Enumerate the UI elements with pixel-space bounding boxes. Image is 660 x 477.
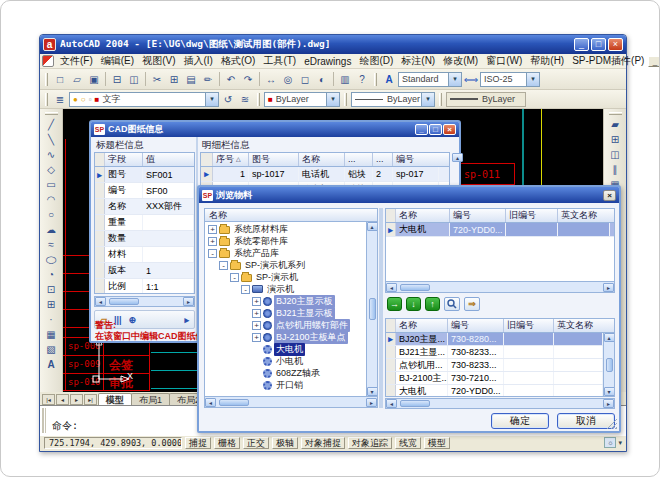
tree-item[interactable]: +BJ21主显示板 xyxy=(205,307,366,319)
toolbar-grip[interactable] xyxy=(609,112,622,115)
vertical-scrollbar[interactable]: ▴ ▾ xyxy=(366,222,377,396)
resize-grip[interactable] xyxy=(607,419,617,429)
expand-icon[interactable]: + xyxy=(208,237,217,246)
column-header[interactable]: 值 xyxy=(143,153,194,166)
layer-combo[interactable]: ● ○ ▫ ■ 文字 ▾ xyxy=(69,92,219,107)
scroll-right-icon[interactable]: ▸ xyxy=(603,283,614,292)
tree-item[interactable]: -演示机 xyxy=(205,283,366,295)
circle-icon[interactable]: ○ xyxy=(43,207,60,222)
table-row[interactable]: ▸ 图号 SF001 xyxy=(95,167,194,183)
arc-icon[interactable]: ◠ xyxy=(43,192,60,207)
minimize-button[interactable]: _ xyxy=(574,38,589,51)
maximize-button[interactable]: □ xyxy=(591,38,606,51)
polygon-icon[interactable]: ◇ xyxy=(43,162,60,177)
table-row[interactable]: BJ-2100主... 730-7210... xyxy=(386,372,614,385)
layer-states-icon[interactable]: ≋ xyxy=(237,92,253,107)
column-header[interactable]: 英文名称 xyxy=(554,319,603,332)
title-block-grid[interactable]: 字段 值 ▸ 图号 SF001 编号 SF00 名称 XXX部件 重量 xyxy=(94,152,195,294)
scroll-down-icon[interactable]: ▾ xyxy=(604,387,615,396)
menu-tools[interactable]: 工具(T) xyxy=(259,54,300,68)
layers-icon[interactable]: ≣ xyxy=(52,92,68,107)
line-icon[interactable]: ╱ xyxy=(43,117,60,132)
text-style-icon[interactable]: A xyxy=(381,72,397,87)
tree-header[interactable]: 名称 xyxy=(205,209,377,222)
scroll-down-icon[interactable]: ▾ xyxy=(367,387,378,396)
ellipse-icon[interactable]: ◯ xyxy=(43,254,60,265)
toolbar-grip[interactable] xyxy=(257,93,260,106)
chevron-down-icon[interactable]: ▾ xyxy=(205,93,218,106)
scroll-left-icon[interactable]: ◂ xyxy=(95,297,106,306)
scroll-thumb[interactable] xyxy=(400,400,430,407)
scroll-up-icon[interactable]: ▴ xyxy=(367,222,378,231)
selected-material-grid[interactable]: 名称 编号 旧编号 英文名称 ▸ 大电机 720-YDD0... ◂ ▸ xyxy=(385,208,615,293)
new-icon[interactable]: □ xyxy=(52,72,68,87)
column-header[interactable]: 英文名称 xyxy=(558,209,610,222)
scroll-left-icon[interactable]: ◂ xyxy=(386,283,397,292)
toolbar-grip[interactable] xyxy=(344,93,347,106)
region-icon[interactable]: ▧ xyxy=(43,342,60,357)
column-header[interactable]: 旧编号 xyxy=(504,319,554,332)
menu-edrawings[interactable]: eDrawings xyxy=(300,56,355,67)
horizontal-scrollbar[interactable]: ◂ ▸ xyxy=(386,281,614,292)
cad-info-dialog-title-bar[interactable]: SP CAD图纸信息 _ □ × xyxy=(91,122,459,137)
table-row[interactable]: 点钞机用... 730-8233... xyxy=(386,359,614,372)
scroll-thumb[interactable] xyxy=(219,399,249,406)
paste-icon[interactable]: ▤ xyxy=(183,72,199,87)
save-icon[interactable]: ▣ xyxy=(86,72,102,87)
text-style-combo[interactable]: Standard ▾ xyxy=(398,72,462,87)
tree-item[interactable]: 开口销 xyxy=(205,379,366,391)
design-center-icon[interactable]: ▥ xyxy=(337,72,353,87)
collapse-icon[interactable]: - xyxy=(241,285,250,294)
toolbar-grip[interactable] xyxy=(45,93,48,106)
zoom-previous-icon[interactable]: ◐ xyxy=(314,72,330,87)
communication-center-icon[interactable]: ☼ xyxy=(604,437,616,448)
table-row[interactable]: 重量 xyxy=(95,215,194,231)
table-row[interactable]: ▸ BJ20主显... 730-8280... xyxy=(386,333,614,346)
tree-item[interactable]: +点钞机用螺钉部件 xyxy=(205,319,366,331)
chevron-down-icon[interactable]: ▾ xyxy=(448,73,461,86)
scroll-right-icon[interactable]: ▸ xyxy=(366,398,377,407)
scroll-left-icon[interactable]: ◂ xyxy=(386,399,397,408)
column-header[interactable]: 编号 xyxy=(448,319,504,332)
tree-item[interactable]: +BJ-2100主板单点 xyxy=(205,331,366,343)
tree-item[interactable]: +系统零部件库 xyxy=(205,235,366,247)
horizontal-scrollbar[interactable]: ◂ ▸ xyxy=(385,398,615,409)
table-row[interactable]: ▸ 大电机 720-YDD0... xyxy=(386,223,614,237)
print-icon[interactable]: ⊟ xyxy=(109,72,125,87)
column-header[interactable]: 名称 xyxy=(396,209,450,222)
title-bar[interactable]: a AutoCAD 2004 - [E:\UG\dwg\图纸\测试用图(部件).… xyxy=(40,35,626,54)
dim-style-combo[interactable]: ISO-25 ▾ xyxy=(480,72,540,87)
scroll-thumb[interactable] xyxy=(109,298,139,305)
table-row[interactable]: 编号 SF00 xyxy=(95,183,194,199)
tab-nav-last-icon[interactable]: ▸| xyxy=(84,394,97,405)
horizontal-scrollbar[interactable]: ◂ ▸ xyxy=(94,296,195,307)
mirror-icon[interactable]: ◫ xyxy=(607,147,624,162)
pan-icon[interactable]: ↔ xyxy=(263,72,279,87)
zoom-window-icon[interactable]: ◻ xyxy=(297,72,313,87)
scroll-up-icon[interactable]: ▴ xyxy=(452,153,463,162)
browse-dialog-title-bar[interactable]: SP 浏览物料 × xyxy=(199,187,619,203)
ok-button[interactable]: 确定 xyxy=(491,413,549,429)
grid-toggle[interactable]: 栅格 xyxy=(214,437,240,449)
expand-icon[interactable]: + xyxy=(252,309,261,318)
help-icon[interactable]: ? xyxy=(354,72,370,87)
hatch-icon[interactable]: ▦ xyxy=(43,327,60,342)
expand-icon[interactable]: + xyxy=(252,297,261,306)
tree-item[interactable]: 608ZZ轴承 xyxy=(205,367,366,379)
polar-toggle[interactable]: 极轴 xyxy=(272,437,298,449)
move-down-icon[interactable]: ↓ xyxy=(406,297,421,311)
horizontal-scrollbar[interactable]: ◂ ▸ xyxy=(205,396,377,407)
menu-edit[interactable]: 编辑(E) xyxy=(97,54,138,68)
search-icon[interactable] xyxy=(444,297,460,311)
tree-item[interactable]: 大电机 xyxy=(205,343,366,355)
undo-icon[interactable]: ↶ xyxy=(223,72,239,87)
add-right-icon[interactable]: → xyxy=(387,297,402,311)
rectangle-icon[interactable]: ▭ xyxy=(43,177,60,192)
chevron-down-icon[interactable]: ▾ xyxy=(421,93,434,106)
copy-icon[interactable]: ⊞ xyxy=(166,72,182,87)
ellipse-arc-icon[interactable]: ◔ xyxy=(43,267,60,282)
color-combo[interactable]: ■ ByLayer ▾ xyxy=(264,92,340,107)
match-properties-icon[interactable]: ✏ xyxy=(200,72,216,87)
column-header[interactable]: 序号△ xyxy=(213,153,249,166)
construction-line-icon[interactable]: ╲ xyxy=(43,132,60,147)
